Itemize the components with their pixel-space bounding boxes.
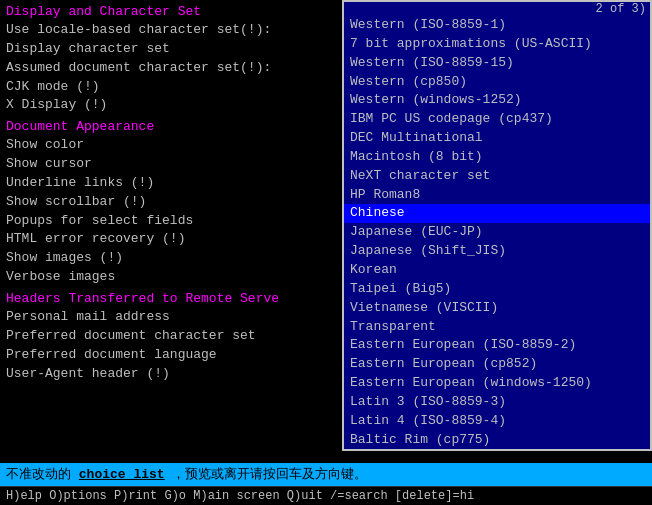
- choice-list-label: choice list: [79, 467, 165, 482]
- dropdown-item[interactable]: 7 bit approximations (US-ASCII): [344, 35, 650, 54]
- dropdown-item[interactable]: Transparent: [344, 318, 650, 337]
- dropdown-item[interactable]: Taipei (Big5): [344, 280, 650, 299]
- dropdown-item[interactable]: DEC Multinational: [344, 129, 650, 148]
- status-suffix: ，预览或离开请按回车及方向键。: [165, 467, 368, 482]
- dropdown-item[interactable]: Latin 3 (ISO-8859-3): [344, 393, 650, 412]
- dropdown-item[interactable]: Latin 4 (ISO-8859-4): [344, 412, 650, 431]
- dropdown-item[interactable]: Chinese: [344, 204, 650, 223]
- dropdown-item[interactable]: Western (windows-1252): [344, 91, 650, 110]
- dropdown-item[interactable]: Japanese (EUC-JP): [344, 223, 650, 242]
- bottom-bar: H)elp O)ptions P)rint G)o M)ain screen Q…: [0, 486, 652, 505]
- dropdown-item[interactable]: Eastern European (windows-1250): [344, 374, 650, 393]
- dropdown-item[interactable]: Eastern European (ISO-8859-2): [344, 336, 650, 355]
- dropdown-item[interactable]: Macintosh (8 bit): [344, 148, 650, 167]
- status-prefix: 不准改动的: [6, 467, 79, 482]
- dropdown-items-container: Western (ISO-8859-1)7 bit approximations…: [344, 16, 650, 449]
- main-container: Display and Character Set Use locale-bas…: [0, 0, 652, 505]
- dropdown-item[interactable]: Western (cp850): [344, 73, 650, 92]
- dropdown-item[interactable]: Vietnamese (VISCII): [344, 299, 650, 318]
- content-area: Display and Character Set Use locale-bas…: [0, 0, 652, 463]
- dropdown-item[interactable]: Japanese (Shift_JIS): [344, 242, 650, 261]
- dropdown-item[interactable]: Korean: [344, 261, 650, 280]
- dropdown-pagination: 2 of 3): [344, 2, 650, 16]
- dropdown-item[interactable]: Eastern European (cp852): [344, 355, 650, 374]
- dropdown-item[interactable]: Western (ISO-8859-15): [344, 54, 650, 73]
- dropdown-item[interactable]: IBM PC US codepage (cp437): [344, 110, 650, 129]
- dropdown-item[interactable]: NeXT character set: [344, 167, 650, 186]
- status-bar: 不准改动的 choice list ，预览或离开请按回车及方向键。: [0, 463, 652, 487]
- dropdown-item[interactable]: Western (ISO-8859-1): [344, 16, 650, 35]
- dropdown-item[interactable]: Baltic Rim (cp775): [344, 431, 650, 450]
- charset-dropdown[interactable]: 2 of 3) Western (ISO-8859-1)7 bit approx…: [342, 0, 652, 451]
- dropdown-item[interactable]: HP Roman8: [344, 186, 650, 205]
